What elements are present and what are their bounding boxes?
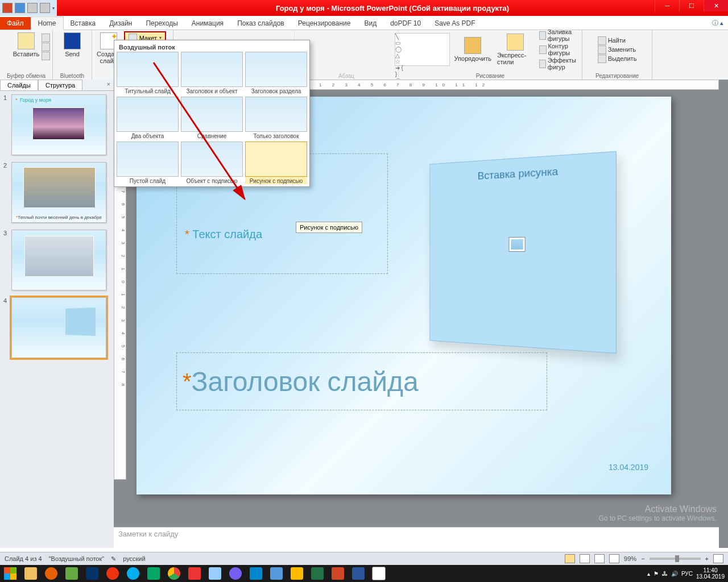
format-painter-icon[interactable] [42,52,50,60]
tray-language[interactable]: РУС [681,571,693,577]
powerpoint-icon [2,3,13,13]
group-paragraph-label: Абзац [298,73,395,79]
replace-button[interactable]: Заменить [598,45,637,54]
taskbar-app5[interactable] [246,565,266,582]
save-icon[interactable] [15,3,25,13]
redo-icon[interactable] [40,3,50,13]
taskbar-firefox[interactable] [41,565,61,582]
start-button[interactable] [0,565,20,582]
slide-thumb-3[interactable]: 3 [3,230,110,292]
svg-line-0 [154,63,245,199]
tray-expand-icon[interactable]: ▴ [647,571,650,577]
ribbon-help-icon[interactable]: ⓘ ▴ [708,16,728,30]
taskbar-app3[interactable] [184,565,205,582]
file-tab[interactable]: Файл [0,17,31,30]
bluetooth-send-button[interactable]: Send [63,31,82,59]
taskbar-skype[interactable] [123,565,143,582]
zoom-slider[interactable] [650,558,701,560]
insert-picture-icon[interactable] [508,237,525,252]
tab-review[interactable]: Рецензирование [291,17,358,30]
cursor-icon [598,55,606,63]
window-title: Город у моря - Microsoft PowerPoint (Сбо… [57,4,728,13]
fit-to-window-button[interactable] [713,554,723,563]
copy-icon[interactable] [42,43,50,51]
tab-dopdf[interactable]: doPDF 10 [383,17,428,30]
taskbar-opera[interactable] [102,565,123,582]
slide-thumb-1[interactable]: 1*Город у моря [3,94,110,156]
view-sorter-button[interactable] [580,554,590,563]
tray-time[interactable]: 11:40 [696,567,725,573]
view-slideshow-button[interactable] [609,554,619,563]
taskbar-app2[interactable] [82,565,102,582]
tray-date[interactable]: 13.04.2019 [696,573,725,580]
gallery-theme-label: Воздушный поток [117,43,307,52]
title-placeholder[interactable]: *Заголовок слайда [176,352,547,410]
taskbar-app7[interactable] [287,565,307,582]
taskbar-paint[interactable] [369,565,389,582]
notes-pane[interactable]: Заметки к слайду [114,527,719,548]
activate-windows-msg: Activate Windows Go to PC settings to ac… [599,504,717,522]
tab-design[interactable]: Дизайн [102,17,139,30]
taskbar-excel[interactable] [307,565,328,582]
tab-view[interactable]: Вид [357,17,383,30]
pane-tab-slides[interactable]: Слайды [0,80,38,91]
paint-bucket-icon [539,31,546,40]
paste-button[interactable]: Вставить [12,31,41,59]
zoom-out-button[interactable]: − [641,555,644,562]
picture-placeholder[interactable]: Вставка рисунка [429,151,617,354]
shape-outline-button[interactable]: Контур фигуры [539,43,585,56]
quick-styles-button[interactable]: Экспресс-стили [496,32,535,66]
arrange-button[interactable]: Упорядочить [453,36,493,63]
tab-animation[interactable]: Анимация [185,17,230,30]
tab-slideshow[interactable]: Показ слайдов [230,17,291,30]
status-language[interactable]: русский [123,555,145,562]
cut-icon[interactable] [42,34,50,42]
pencil-icon [539,45,547,54]
qat-dropdown-icon[interactable]: ▾ [52,6,55,11]
select-button[interactable]: Выделить [598,55,637,63]
maximize-button[interactable]: ☐ [679,0,704,11]
close-button[interactable]: ✕ [704,0,728,11]
zoom-level[interactable]: 99% [624,555,636,562]
arrange-icon [464,37,481,54]
slide-thumb-2[interactable]: 2*Теплый почти весенний день в декабре [3,162,110,224]
status-slide-number: Слайд 4 из 4 [5,555,42,562]
pane-tab-outline[interactable]: Структура [38,80,82,91]
tab-transitions[interactable]: Переходы [139,17,184,30]
quick-styles-icon [507,34,524,51]
tray-volume-icon[interactable]: 🔊 [671,571,678,577]
minimize-button[interactable]: ─ [655,0,679,11]
taskbar-viber[interactable] [225,565,246,582]
bluetooth-icon [64,32,81,49]
taskbar-store[interactable] [143,565,164,582]
status-spellcheck-icon[interactable]: ✎ [111,555,116,563]
group-editing-label: Редактирование [586,73,648,79]
taskbar-app1[interactable] [61,565,82,582]
taskbar-word[interactable] [348,565,369,582]
view-reading-button[interactable] [594,554,605,563]
effects-icon [539,60,546,68]
pane-close-icon[interactable]: × [104,80,114,90]
taskbar-powerpoint[interactable] [328,565,348,582]
taskbar-explorer[interactable] [20,565,41,582]
shape-fill-button[interactable]: Заливка фигуры [539,28,585,42]
tab-home[interactable]: Home [31,16,64,30]
view-normal-button[interactable] [565,554,575,563]
clipboard-icon [18,32,35,49]
shapes-gallery[interactable]: ╲ ▭ ◯ △ ☆ ➔ { } ⌒ ▱ ◇ ⬠ ▾ [395,33,450,66]
tab-insert[interactable]: Вставка [64,17,103,30]
tray-network-icon[interactable]: 🖧 [662,571,668,577]
shape-effects-button[interactable]: Эффекты фигур [539,57,585,70]
tab-saveaspdf[interactable]: Save As PDF [428,17,482,30]
ribbon: Вставить Буфер обмена Send Bluetooth ✦Со… [0,30,728,81]
slide-date: 13.04.2019 [609,463,648,472]
taskbar-app4[interactable] [205,565,225,582]
undo-icon[interactable] [27,3,38,13]
slides-pane: Слайды Структура × 1*Город у моря 2*Тепл… [0,80,114,548]
zoom-in-button[interactable]: + [705,555,709,562]
slide-thumb-4[interactable]: 4 [3,297,110,359]
taskbar-app6[interactable] [266,565,287,582]
find-button[interactable]: Найти [598,36,637,45]
tray-flag-icon[interactable]: ⚑ [653,571,659,577]
taskbar-chrome[interactable] [164,565,184,582]
